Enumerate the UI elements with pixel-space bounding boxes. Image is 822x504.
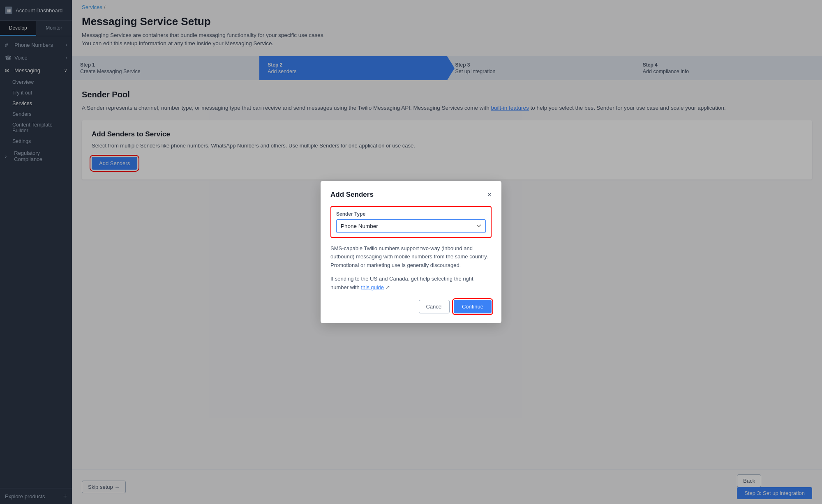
sender-type-select[interactable]: Phone Number WhatsApp Number Alphanumeri… — [336, 219, 486, 233]
modal-close-button[interactable]: × — [487, 191, 492, 198]
modal-header: Add Senders × — [330, 191, 492, 199]
modal-overlay: Add Senders × Sender Type Phone Number W… — [0, 0, 822, 504]
modal-body-text-1: SMS-capable Twilio numbers support two-w… — [330, 244, 492, 270]
modal-title: Add Senders — [330, 191, 374, 199]
modal-footer: Cancel Continue — [330, 300, 492, 313]
sender-type-field: Sender Type Phone Number WhatsApp Number… — [330, 206, 492, 238]
this-guide-link[interactable]: this guide — [361, 284, 384, 290]
modal-body-text-2: If sending to the US and Canada, get hel… — [330, 275, 492, 292]
sender-type-label: Sender Type — [336, 211, 486, 217]
cancel-button[interactable]: Cancel — [419, 300, 449, 313]
continue-button[interactable]: Continue — [454, 300, 492, 313]
add-senders-modal: Add Senders × Sender Type Phone Number W… — [321, 181, 501, 324]
